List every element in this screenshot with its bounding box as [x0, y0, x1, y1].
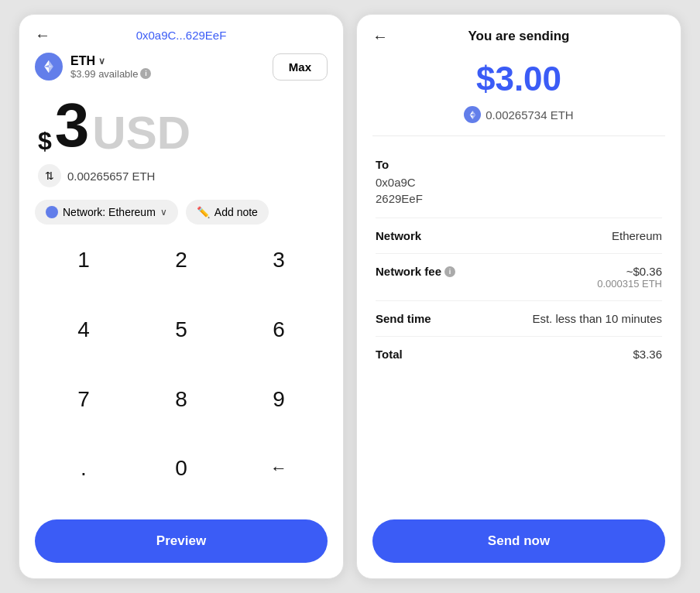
key-3[interactable]: 3 [230, 234, 328, 286]
key-9[interactable]: 9 [230, 373, 328, 426]
to-row: To 0x0a9C 2629EeF [376, 147, 662, 218]
svg-marker-3 [44, 67, 49, 73]
svg-marker-2 [49, 67, 53, 73]
dollar-sign: $ [38, 129, 52, 153]
network-eth-icon [46, 206, 58, 218]
to-address-line2: 2629EeF [376, 190, 662, 207]
network-row: Network Ethereum [376, 218, 662, 254]
preview-button[interactable]: Preview [35, 519, 328, 563]
left-header: ← 0x0a9C...629EeF [19, 15, 343, 50]
sending-usd: $3.00 [372, 60, 665, 98]
key-0[interactable]: 0 [132, 442, 230, 495]
info-icon[interactable]: i [140, 68, 151, 79]
total-row: Total $3.36 [376, 337, 662, 372]
wallet-address: 0x0a9C...629EeF [136, 29, 227, 42]
right-title: You are sending [468, 29, 570, 44]
pencil-icon: ✏️ [197, 206, 210, 218]
add-note-button[interactable]: ✏️ Add note [186, 200, 269, 225]
fee-value: ~$0.36 [597, 265, 662, 278]
network-detail-label: Network [376, 229, 421, 242]
key-backspace[interactable]: ← [230, 442, 328, 495]
options-row: Network: Ethereum ∨ ✏️ Add note [19, 197, 343, 234]
send-now-button[interactable]: Send now [372, 519, 665, 563]
amount-currency: USD [92, 110, 190, 156]
key-5[interactable]: 5 [132, 303, 230, 356]
to-label: To [376, 158, 662, 171]
fee-row: Network fee i ~$0.36 0.000315 ETH [376, 254, 662, 301]
note-label: Add note [214, 206, 258, 218]
right-header: ← You are sending [357, 15, 681, 52]
fee-value-wrap: ~$0.36 0.000315 ETH [597, 265, 662, 290]
token-row: ETH ∨ $3.99 available i Max [19, 50, 343, 87]
divider [372, 135, 665, 136]
right-back-button[interactable]: ← [372, 28, 388, 46]
svg-marker-6 [472, 111, 475, 115]
key-2[interactable]: 2 [132, 234, 230, 286]
key-1[interactable]: 1 [35, 234, 132, 286]
eth-equiv-text: 0.00265657 ETH [67, 170, 155, 183]
amount-number: 3 [55, 94, 90, 156]
send-time-row: Send time Est. less than 10 minutes [376, 301, 662, 337]
network-detail-value: Ethereum [612, 229, 662, 242]
details-section: To 0x0a9C 2629EeF Network Ethereum Netwo… [357, 144, 681, 512]
swap-icon[interactable]: ⇅ [38, 164, 61, 187]
fee-label: Network fee i [376, 265, 455, 278]
svg-marker-9 [469, 115, 472, 118]
key-dot[interactable]: . [35, 442, 132, 495]
left-back-button[interactable]: ← [35, 26, 50, 44]
eth-small-icon [464, 106, 481, 123]
sending-eth-text: 0.00265734 ETH [486, 108, 573, 122]
eth-equiv-row: ⇅ 0.00265657 ETH [19, 158, 343, 197]
left-panel: ← 0x0a9C...629EeF ETH [19, 14, 344, 579]
to-address: 0x0a9C 2629EeF [376, 174, 662, 207]
sending-eth-row: 0.00265734 ETH [357, 103, 681, 135]
key-7[interactable]: 7 [35, 373, 132, 426]
token-chevron-icon: ∨ [98, 56, 105, 67]
keypad: 1 2 3 4 5 6 7 8 9 . 0 ← [19, 234, 343, 512]
key-8[interactable]: 8 [132, 373, 230, 426]
svg-marker-7 [469, 111, 472, 115]
network-button[interactable]: Network: Ethereum ∨ [35, 200, 178, 225]
token-name[interactable]: ETH ∨ [70, 54, 151, 68]
token-available: $3.99 available i [70, 68, 151, 80]
total-value: $3.36 [633, 348, 662, 361]
svg-marker-8 [472, 115, 475, 118]
max-button[interactable]: Max [273, 53, 328, 81]
send-time-value: Est. less than 10 minutes [532, 312, 662, 325]
eth-icon [35, 53, 63, 81]
key-4[interactable]: 4 [35, 303, 132, 356]
token-name-wrap: ETH ∨ $3.99 available i [70, 54, 151, 80]
fee-eth: 0.000315 ETH [597, 278, 662, 290]
network-chevron-icon: ∨ [160, 207, 167, 218]
key-6[interactable]: 6 [230, 303, 328, 356]
app-container: ← 0x0a9C...629EeF ETH [0, 0, 700, 593]
right-panel: ← You are sending $3.00 0.00265734 ETH T… [356, 14, 681, 579]
token-info: ETH ∨ $3.99 available i [35, 53, 151, 81]
send-time-label: Send time [376, 312, 431, 325]
amount-display: $ 3 USD [19, 87, 343, 158]
to-address-line1: 0x0a9C [376, 174, 662, 190]
network-label: Network: Ethereum [63, 206, 156, 218]
sending-amount: $3.00 [357, 52, 681, 103]
total-label: Total [376, 348, 403, 361]
fee-info-icon[interactable]: i [444, 266, 455, 277]
